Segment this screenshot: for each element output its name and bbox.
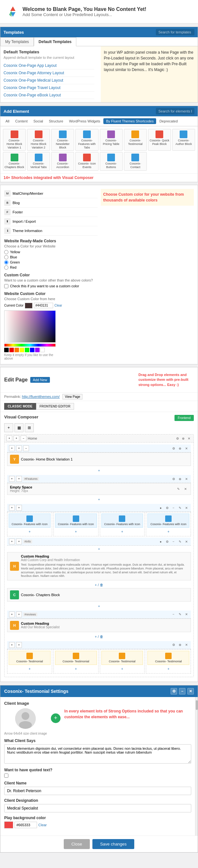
info-edit-icon[interactable]: ✎ bbox=[177, 539, 182, 544]
col-duplicate-icon[interactable]: ⚙ bbox=[165, 505, 170, 510]
tab-my-templates[interactable]: My Templates bbox=[0, 37, 34, 46]
color-option-green[interactable]: Green bbox=[4, 260, 97, 265]
reviews-add-btn[interactable]: + bbox=[9, 612, 15, 617]
modal-minimize-button[interactable]: − bbox=[179, 688, 186, 694]
play-bg-clear-button[interactable]: Clear bbox=[38, 823, 47, 827]
empty-space-delete-icon[interactable]: ✕ bbox=[183, 487, 188, 492]
tab-structure[interactable]: Structure bbox=[46, 118, 66, 124]
col-add-1[interactable]: + bbox=[9, 528, 51, 535]
inner-delete-icon[interactable]: ✕ bbox=[184, 446, 189, 451]
tag-add-btn[interactable]: + bbox=[9, 476, 15, 482]
row-add-btn[interactable]: + bbox=[6, 435, 12, 441]
sidebar-item[interactable]: ⬆ Import / Export bbox=[4, 217, 97, 226]
swatch-purple[interactable] bbox=[35, 348, 39, 352]
row-duplicate-icon[interactable]: ⊕ bbox=[180, 436, 186, 441]
list-item[interactable]: Cosonix One-Page Travel Layout bbox=[3, 84, 94, 92]
list-item[interactable]: Cosonix One-Page eBook Layout bbox=[3, 92, 94, 99]
col-x-icon[interactable]: ✕ bbox=[184, 505, 189, 510]
client-name-input[interactable] bbox=[4, 787, 191, 795]
vc-tool-grid-1[interactable]: ▦ bbox=[15, 423, 24, 432]
vc-col-block-2[interactable]: Cosonix- Features with Icon bbox=[55, 514, 97, 528]
permalink-url[interactable]: http://fluentthemes.com/ bbox=[22, 395, 60, 399]
color-clear-button[interactable]: Clear bbox=[54, 304, 62, 307]
swatch-yellow[interactable] bbox=[20, 348, 24, 352]
tab-default-templates[interactable]: Default Templates bbox=[34, 37, 76, 46]
color-hex-input[interactable] bbox=[34, 303, 53, 308]
reviews-move-btn[interactable]: + bbox=[16, 612, 22, 617]
modal-save-button[interactable]: Save changes bbox=[92, 839, 134, 849]
color-option-yellow[interactable]: Yellow bbox=[4, 250, 97, 254]
color-spectrum-slider[interactable] bbox=[4, 344, 56, 347]
row-delete-icon[interactable]: ✕ bbox=[187, 436, 192, 441]
element-card[interactable]: Cosonix- Features with Tabs bbox=[75, 129, 98, 151]
element-card[interactable]: Cosonix- Chapters Block bbox=[3, 152, 26, 170]
testimonial-block-3[interactable]: Cosonix- Testimonial bbox=[102, 651, 143, 665]
tab-content[interactable]: Content bbox=[12, 118, 30, 124]
row-move-btn[interactable]: + bbox=[13, 435, 19, 441]
tab-deprecated[interactable]: Deprecated bbox=[157, 118, 180, 124]
element-card[interactable]: Cosonix- Home Block Variation 2 bbox=[27, 129, 50, 151]
col-add-btn[interactable]: + bbox=[9, 505, 15, 510]
test-dup-icon[interactable]: ⊕ bbox=[177, 642, 182, 648]
list-item[interactable]: Cosonix One-Page Attorney Layout bbox=[3, 69, 94, 77]
testimonial-add-2[interactable]: + bbox=[55, 665, 97, 672]
col-add-3[interactable]: + bbox=[102, 528, 143, 535]
sidebar-item[interactable]: B Blog bbox=[4, 198, 97, 208]
want-quoted-checkbox[interactable] bbox=[4, 774, 8, 778]
tag-settings-icon[interactable]: ⚙ bbox=[171, 476, 176, 482]
color-option-blue[interactable]: Blue bbox=[4, 255, 97, 259]
vc-col-block-3[interactable]: Cosonix- Features with Icon bbox=[102, 514, 143, 528]
modal-scrollbar[interactable] bbox=[195, 697, 198, 836]
inner-move-btn[interactable]: + bbox=[16, 445, 22, 451]
tag-delete-icon[interactable]: ✕ bbox=[184, 476, 189, 482]
col-delete-icon[interactable]: − bbox=[171, 505, 176, 510]
tab-social[interactable]: Social bbox=[31, 118, 46, 124]
list-item[interactable]: Cosonix One-Page App Layout bbox=[3, 62, 94, 69]
testimonial-add-4[interactable]: + bbox=[147, 665, 189, 672]
modal-close-footer-button[interactable]: Close bbox=[64, 839, 90, 849]
element-card[interactable]: Cosonix- Buttons bbox=[100, 152, 123, 170]
reviews-del-icon[interactable]: ✕ bbox=[184, 612, 189, 617]
element-card[interactable]: Cosonix- Contact bbox=[124, 152, 147, 170]
element-card[interactable]: Cosonix- Home Block Variation 1 bbox=[3, 129, 26, 151]
custom-color-checkbox[interactable] bbox=[4, 284, 8, 288]
col-add-2[interactable]: + bbox=[55, 528, 97, 535]
element-card[interactable]: Cosonix- Vertical Tabs bbox=[27, 152, 50, 170]
testimonial-block-4[interactable]: Cosonix- Testimonial bbox=[147, 651, 189, 665]
info-del-icon[interactable]: ✕ bbox=[184, 539, 189, 544]
tag-duplicate-icon[interactable]: ⊕ bbox=[177, 476, 182, 482]
inner-settings-icon[interactable]: ⚙ bbox=[171, 446, 176, 451]
vc-block-chapters[interactable]: C Cosonix- Chapters Block bbox=[7, 588, 191, 601]
element-card[interactable]: Cosonix- Newsletter Block bbox=[51, 129, 74, 151]
add-element-search[interactable] bbox=[156, 108, 195, 115]
element-card[interactable]: Cosonix- Author Block bbox=[172, 129, 195, 151]
play-bg-hex-input[interactable] bbox=[15, 822, 37, 828]
vc-add-element-6[interactable]: + / 🗑 bbox=[7, 633, 191, 640]
row-minus-btn[interactable]: − bbox=[21, 435, 26, 441]
vc-tool-grid-2[interactable]: ⊞ bbox=[25, 423, 34, 432]
color-picker-canvas[interactable] bbox=[4, 310, 56, 343]
test-del-icon[interactable]: ✕ bbox=[184, 642, 189, 648]
swatch-green[interactable] bbox=[25, 348, 29, 352]
list-item[interactable]: Cosonix One-Page Medical Layout bbox=[3, 77, 94, 84]
tag-move-btn[interactable]: + bbox=[16, 476, 22, 482]
info-settings-icon[interactable]: ● bbox=[158, 539, 163, 544]
testimonial-add-1[interactable]: + bbox=[9, 665, 51, 672]
test-add-btn[interactable]: + bbox=[9, 642, 15, 648]
reviews-settings-icon[interactable]: − bbox=[171, 612, 176, 617]
inner-duplicate-icon[interactable]: ⊕ bbox=[177, 446, 182, 451]
test-settings-icon[interactable]: ⚙ bbox=[171, 642, 176, 648]
sidebar-item[interactable]: ℹ Theme Information bbox=[4, 226, 97, 236]
swatch-orange[interactable] bbox=[15, 348, 19, 352]
testimonial-block-1[interactable]: Cosonix- Testimonial bbox=[9, 651, 51, 665]
frontend-button[interactable]: Frontend bbox=[174, 415, 194, 421]
vc-block-custom-heading[interactable]: H Custom Heading Add Custom Corp and Hea… bbox=[7, 552, 191, 580]
info-minus-icon[interactable]: − bbox=[171, 539, 176, 544]
tab-fluent-shortcodes[interactable]: By Fluent Themes Shortcodes bbox=[103, 118, 156, 124]
play-bg-swatch[interactable] bbox=[4, 822, 13, 829]
info-add-btn[interactable]: + bbox=[9, 538, 15, 545]
vc-add-element-3[interactable]: + bbox=[7, 546, 191, 552]
vc-add-element-4[interactable]: + / 🗑 bbox=[7, 582, 191, 588]
inner-minus-btn[interactable]: − bbox=[23, 445, 29, 451]
vc-add-element-5[interactable]: + bbox=[7, 603, 191, 609]
